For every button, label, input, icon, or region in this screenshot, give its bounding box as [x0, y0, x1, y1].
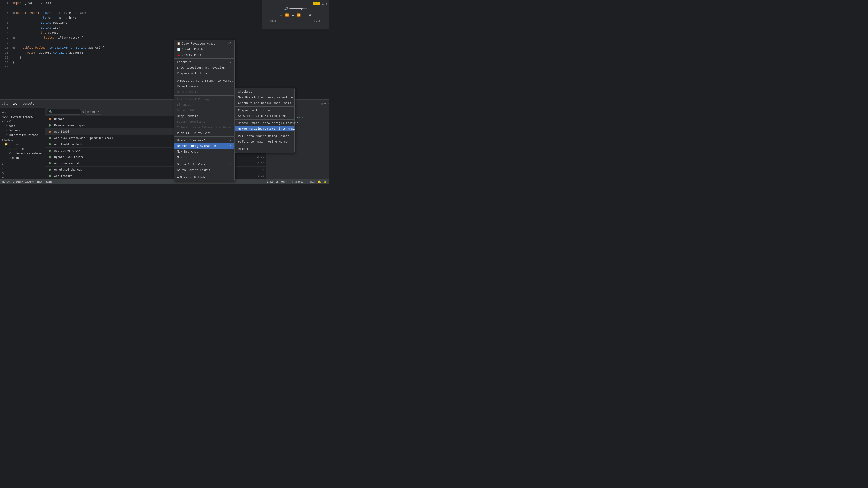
- fetch-icon[interactable]: ↓: [2, 162, 43, 166]
- step-forward-icon[interactable]: ⏩: [297, 13, 301, 17]
- status-bell-icon[interactable]: 🔔: [318, 180, 321, 183]
- menu-sep-1: [174, 58, 235, 59]
- menu-copy-revision[interactable]: 📋 Copy Revision Number ⌥⇧⌘C: [174, 41, 235, 46]
- cherry-icon: 🍒: [177, 53, 180, 57]
- rewind-icon[interactable]: ⏮: [280, 13, 283, 17]
- submenu-checkout-rebase[interactable]: Checkout and Rebase onto 'main': [235, 100, 294, 106]
- chevron-remote[interactable]: ▼: [2, 138, 3, 141]
- code-line-1: import java.util.List;: [12, 0, 260, 5]
- warning-badge: ⚠ 2: [313, 2, 320, 5]
- code-line-6: String isbn,: [12, 25, 260, 30]
- menu-create-patch[interactable]: 📄 Create Patch...: [174, 46, 235, 52]
- submenu-merge-origin-into-main[interactable]: Merge 'origin/feature' into 'main': [235, 126, 294, 131]
- branch-main-icon: ⎇: [4, 125, 8, 128]
- time-total: 05:34: [314, 20, 321, 23]
- sort-icon[interactable]: ↕: [327, 102, 329, 105]
- status-branch-icon[interactable]: ↑ main: [306, 180, 315, 183]
- branch-interactive-rebase-icon: ⎇: [4, 133, 8, 137]
- console-tab-close[interactable]: ✕: [37, 103, 38, 105]
- remote-main-icon: ⎇: [8, 156, 11, 160]
- remote-feature-icon: ⎇: [8, 147, 11, 151]
- time-track[interactable]: 00:38 05:34: [270, 20, 321, 23]
- volume-slider[interactable]: 🔊: [284, 7, 307, 11]
- remote-section: ▼ Remote: [0, 137, 45, 142]
- status-encoding[interactable]: UTF-8: [281, 180, 289, 183]
- status-position[interactable]: 13:2: [267, 180, 273, 183]
- submenu-pull-merge[interactable]: Pull into 'main' Using Merge: [235, 139, 294, 144]
- submenu-new-branch-from-origin[interactable]: New Branch from 'origin/feature'...: [235, 94, 294, 100]
- menu-push-all[interactable]: Push All up to Here...: [174, 130, 235, 136]
- status-indent[interactable]: 4 spaces: [291, 180, 303, 183]
- menu-undo-commit: Undo Commit...: [174, 89, 235, 95]
- code-line-2: [12, 5, 260, 10]
- nav-up-icon[interactable]: ▲: [322, 2, 324, 5]
- settings-icon-2[interactable]: ⚙: [82, 110, 84, 113]
- local-section: ▼ Local: [0, 119, 45, 124]
- time-current: 00:38: [270, 20, 277, 23]
- more-branches-icon[interactable]: »: [2, 175, 43, 179]
- submenu-branch-origin: Checkout New Branch from 'origin/feature…: [235, 88, 294, 153]
- menu-new-tag[interactable]: New Tag...: [174, 154, 235, 160]
- code-line-5: String publisher,: [12, 20, 260, 25]
- status-lf[interactable]: LF: [276, 180, 278, 183]
- chevron-local[interactable]: ▼: [2, 120, 3, 123]
- submenu-pull-rebase[interactable]: Pull into 'main' Using Rebase: [235, 133, 294, 139]
- forward-icon[interactable]: ▶: [4, 110, 6, 114]
- menu-revert-commit[interactable]: Revert Commit: [174, 84, 235, 89]
- menu-drop-commits[interactable]: Drop Commits: [174, 113, 235, 119]
- settings-icon[interactable]: ⚙: [321, 102, 323, 105]
- step-back-icon[interactable]: ⏪: [285, 13, 289, 17]
- menu-sep-3: [174, 95, 235, 96]
- menu-open-github[interactable]: ● Open on GitHub: [174, 174, 235, 180]
- menu-sep-5: [174, 161, 235, 161]
- submenu-delete[interactable]: Delete: [235, 146, 294, 152]
- menu-new-branch[interactable]: New Branch...: [174, 149, 235, 154]
- code-line-7: int pages,: [12, 30, 260, 35]
- status-bar: Merge 'origin/feature' into 'main' 13:2 …: [0, 179, 329, 184]
- media-controls[interactable]: ⏮ ⏪ ▶ ⏩ ⤢ ≫: [280, 12, 312, 18]
- branch-sidebar: ◀ ▶ HEAD (Current Branch) ▼ Local ⎇ main…: [0, 108, 45, 184]
- update-icon[interactable]: ↻: [2, 171, 43, 175]
- submenu-show-diff[interactable]: Show Diff with Working Tree: [235, 113, 294, 119]
- tab-console[interactable]: Console ✕: [21, 101, 40, 106]
- menu-edit-message: Edit Commit Message... F2: [174, 96, 235, 102]
- remote-origin-folder[interactable]: 📁 origin: [0, 142, 45, 147]
- head-branch-item[interactable]: HEAD (Current Branch): [0, 115, 45, 119]
- nav-down-icon[interactable]: ▼: [326, 2, 327, 5]
- remote-origin-main[interactable]: ⎇ main: [0, 156, 45, 160]
- back-icon[interactable]: ◀: [2, 110, 4, 114]
- more-icon[interactable]: ≫: [309, 13, 312, 17]
- remote-origin-interactive-rebase[interactable]: ⎇ interactive-rebase: [0, 151, 45, 156]
- menu-show-repo[interactable]: Show Repository at Revision: [174, 65, 235, 70]
- remote-origin-feature[interactable]: ⎇ feature: [0, 147, 45, 151]
- menu-branch-feature[interactable]: Branch 'feature' ▶: [174, 137, 235, 143]
- menu-checkout[interactable]: Checkout ▶: [174, 59, 235, 65]
- git-label: Git:: [2, 102, 8, 105]
- expand-icon[interactable]: ⤢: [303, 13, 306, 17]
- branch-main[interactable]: ⎇ main: [0, 124, 45, 128]
- menu-fixup: Fixup...: [174, 102, 235, 107]
- branch-selector[interactable]: Branch ▼: [86, 109, 101, 115]
- filter-icon[interactable]: ≡: [324, 102, 326, 105]
- submenu-checkout[interactable]: Checkout: [235, 89, 294, 94]
- play-icon[interactable]: ▶: [291, 12, 294, 18]
- menu-cherry-pick[interactable]: 🍒 Cherry-Pick: [174, 52, 235, 58]
- patch-icon: 📄: [177, 48, 180, 51]
- menu-reset-branch[interactable]: ↺ Reset Current Branch to Here...: [174, 78, 235, 84]
- branch-interactive-rebase[interactable]: ⎇ interactive-rebase: [0, 133, 45, 137]
- menu-compare-local[interactable]: Compare with Local: [174, 70, 235, 76]
- search-box[interactable]: 🔍: [47, 109, 81, 115]
- menu-go-parent[interactable]: Go to Parent Commit →: [174, 167, 235, 173]
- branch-feature[interactable]: ⎇ feature: [0, 128, 45, 133]
- dropdown-arrow: ▼: [98, 110, 99, 113]
- submenu-rebase-main-onto-origin[interactable]: Rebase 'main' onto 'origin/feature': [235, 120, 294, 126]
- remote-interactive-rebase-icon: ⎇: [8, 152, 11, 155]
- line-numbers: 1 2 3 4 5 6 7 8 9 10 11 12 13 14: [0, 0, 10, 99]
- code-line-3: ⬤ public record Book(String title, 1 usa…: [12, 10, 260, 15]
- submenu-compare-main[interactable]: Compare with 'main': [235, 107, 294, 113]
- github-icon: ●: [177, 176, 179, 179]
- menu-branch-origin-feature[interactable]: Branch 'origin/feature' ▶: [174, 143, 235, 149]
- menu-go-child[interactable]: Go to Child Commit ←: [174, 162, 235, 167]
- push-icon[interactable]: ↑: [2, 166, 43, 170]
- tab-log[interactable]: Log: [10, 101, 20, 106]
